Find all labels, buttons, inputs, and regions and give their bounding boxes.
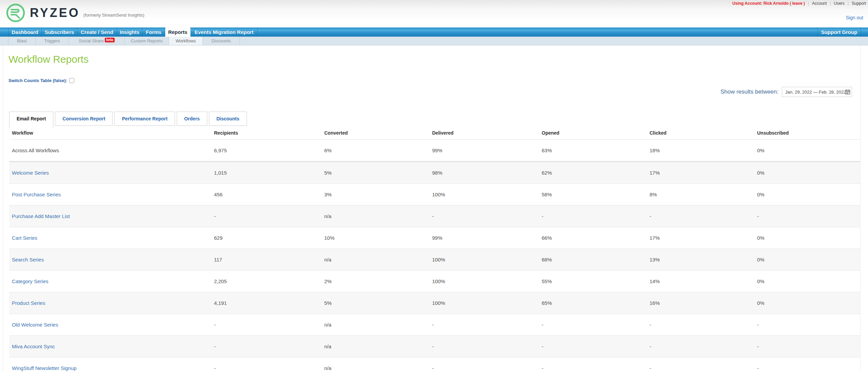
- separator: |: [830, 1, 831, 6]
- beta-badge: beta: [105, 38, 115, 42]
- value-cell: -: [539, 357, 647, 372]
- workflow-cell: Search Series: [9, 249, 211, 271]
- workflow-link[interactable]: Post Purchase Series: [12, 192, 61, 197]
- value-cell: -: [754, 205, 860, 227]
- workflow-link[interactable]: Cart Series: [12, 235, 37, 241]
- workflow-cell: WingStuff Newsletter Signup: [9, 357, 211, 372]
- workflow-cell: Miva Account Sync: [9, 336, 211, 357]
- nav-item-subscribers[interactable]: Subscribers: [42, 27, 77, 37]
- workflow-cell: Purchase Add Master List: [9, 205, 211, 227]
- value-cell: 0%: [754, 249, 860, 271]
- tab-performance-report[interactable]: Performance Report: [114, 112, 175, 126]
- subnav-item-social-share[interactable]: Social Sharebeta: [69, 37, 125, 45]
- sub-nav: BlastTriggersSocial SharebetaCustom Repo…: [0, 37, 868, 45]
- nav-item-events-migration-report[interactable]: Events Migration Report: [191, 27, 258, 37]
- nav-item-support-group[interactable]: Support Group: [817, 27, 861, 37]
- tab-conversion-report[interactable]: Conversion Report: [55, 112, 113, 126]
- table-row: Category Series2,2052%100%55%14%0%: [9, 271, 860, 292]
- column-header-clicked: Clicked: [647, 126, 754, 140]
- value-cell: -: [539, 314, 647, 336]
- switch-counts-label: Switch Counts Table (false):: [8, 78, 67, 83]
- value-cell: n/a: [322, 357, 429, 372]
- workflow-cell: Post Purchase Series: [9, 184, 211, 205]
- value-cell: 66%: [539, 227, 647, 249]
- table-row: Post Purchase Series4563%100%58%8%0%: [9, 184, 860, 205]
- subnav-item-workflows[interactable]: Workflows: [169, 37, 203, 45]
- workflow-report-table: WorkflowRecipientsConvertedDeliveredOpen…: [9, 126, 860, 372]
- value-cell: 17%: [647, 162, 754, 184]
- workflow-link[interactable]: Product Series: [12, 300, 45, 306]
- support-link[interactable]: Support: [852, 1, 866, 6]
- app-header: RYZEO (formerly StreamSend Insights) Usi…: [0, 0, 868, 27]
- value-cell: -: [539, 336, 647, 357]
- nav-item-insights[interactable]: Insights: [117, 27, 142, 37]
- workflow-link[interactable]: Search Series: [12, 257, 44, 262]
- tab-orders[interactable]: Orders: [177, 112, 207, 126]
- subnav-item-custom-reports[interactable]: Custom Reports: [125, 37, 169, 45]
- nav-item-create-send[interactable]: Create / Send: [77, 27, 117, 37]
- brand-name: RYZEO: [30, 6, 80, 20]
- value-cell: 100%: [429, 271, 539, 292]
- value-cell: -: [211, 314, 322, 336]
- value-cell: -: [429, 314, 539, 336]
- value-cell: 68%: [539, 249, 647, 271]
- users-link[interactable]: Users: [834, 1, 845, 6]
- tab-discounts[interactable]: Discounts: [209, 112, 247, 126]
- value-cell: 3%: [322, 184, 429, 205]
- value-cell: 99%: [429, 227, 539, 249]
- value-cell: 0%: [754, 184, 860, 205]
- nav-item-reports[interactable]: Reports: [165, 27, 191, 37]
- table-row: Purchase Add Master List-n/a----: [9, 205, 860, 227]
- column-header-delivered: Delivered: [429, 126, 539, 140]
- value-cell: 0%: [754, 292, 860, 314]
- switch-counts-checkbox[interactable]: [69, 78, 74, 83]
- value-cell: 456: [211, 184, 322, 205]
- value-cell: 8%: [647, 184, 754, 205]
- value-cell: 2%: [322, 271, 429, 292]
- value-cell: 2,205: [211, 271, 322, 292]
- value-cell: -: [754, 336, 860, 357]
- value-cell: 65%: [539, 292, 647, 314]
- value-cell: n/a: [322, 314, 429, 336]
- brand-tagline: (formerly StreamSend Insights): [83, 13, 144, 18]
- sign-out-link[interactable]: Sign out: [846, 15, 863, 20]
- account-link[interactable]: Account: [812, 1, 827, 6]
- value-cell: 5%: [322, 162, 429, 184]
- calendar-icon[interactable]: [845, 89, 850, 95]
- workflow-link[interactable]: WingStuff Newsletter Signup: [12, 365, 77, 371]
- subnav-item-triggers[interactable]: Triggers: [36, 37, 69, 45]
- subnav-item-discounts[interactable]: Discounts: [203, 37, 240, 45]
- page-title: Workflow Reports: [3, 45, 860, 65]
- workflow-cell: Welcome Series: [9, 162, 211, 184]
- workflow-link[interactable]: Miva Account Sync: [12, 344, 55, 349]
- workflow-link[interactable]: Welcome Series: [12, 170, 49, 176]
- value-cell: 0%: [754, 227, 860, 249]
- value-cell: 100%: [429, 249, 539, 271]
- table-row: Old Welcome Series-n/a----: [9, 314, 860, 336]
- subnav-item-label: Workflows: [176, 38, 196, 43]
- workflow-link[interactable]: Category Series: [12, 278, 49, 284]
- column-header-converted: Converted: [322, 126, 429, 140]
- table-row: Across All Workflows6,9756%99%63%18%0%: [9, 140, 860, 162]
- value-cell: 99%: [429, 140, 539, 162]
- nav-item-dashboard[interactable]: Dashboard: [8, 27, 42, 37]
- workflow-cell: Product Series: [9, 292, 211, 314]
- value-cell: 18%: [647, 140, 754, 162]
- nav-item-forms[interactable]: Forms: [142, 27, 165, 37]
- workflow-link[interactable]: Purchase Add Master List: [12, 213, 70, 219]
- value-cell: -: [647, 314, 754, 336]
- value-cell: 63%: [539, 140, 647, 162]
- date-range-input[interactable]: [785, 90, 845, 95]
- tab-email-report[interactable]: Email Report: [9, 112, 53, 128]
- value-cell: 14%: [647, 271, 754, 292]
- table-header: WorkflowRecipientsConvertedDeliveredOpen…: [9, 126, 860, 140]
- subnav-item-label: Discounts: [211, 38, 231, 43]
- subnav-item-blast[interactable]: Blast: [8, 37, 36, 45]
- value-cell: -: [539, 205, 647, 227]
- date-range-field[interactable]: [782, 87, 852, 97]
- using-account-banner[interactable]: Using Account: Rick Arnoldo ( leave ): [732, 1, 805, 6]
- value-cell: 62%: [539, 162, 647, 184]
- workflow-link[interactable]: Old Welcome Series: [12, 322, 58, 328]
- value-cell: 100%: [429, 292, 539, 314]
- value-cell: n/a: [322, 336, 429, 357]
